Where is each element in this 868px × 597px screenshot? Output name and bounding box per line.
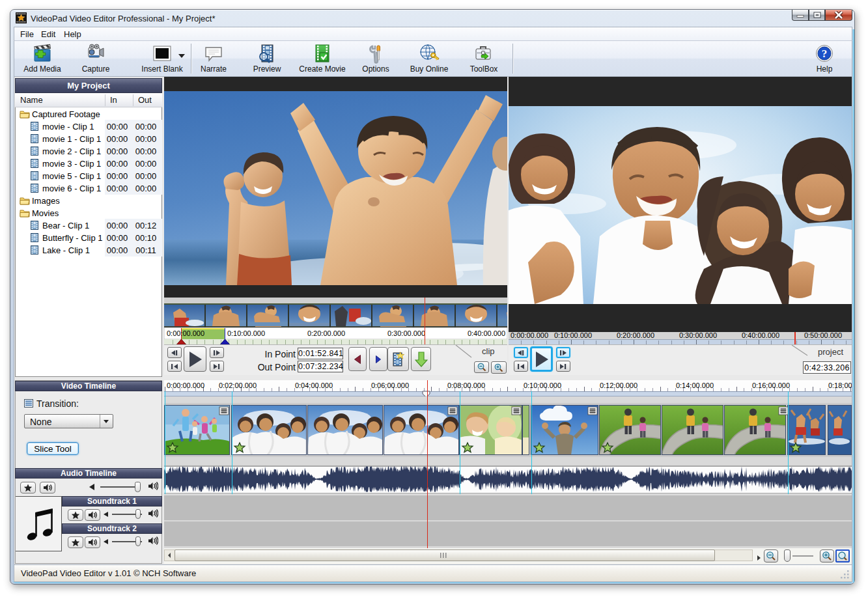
- svg-text:0:30:00.000: 0:30:00.000: [679, 332, 717, 339]
- svg-text:0:10:00.000: 0:10:00.000: [227, 329, 265, 337]
- svg-text:0:40:00.000: 0:40:00.000: [742, 332, 779, 339]
- svg-text:0:00:00.000: 0:00:00.000: [167, 382, 204, 389]
- svg-text:0:20:00.000: 0:20:00.000: [617, 332, 654, 339]
- svg-text:0:10:00.000: 0:10:00.000: [524, 382, 561, 389]
- svg-text:0:12:00.000: 0:12:00.000: [600, 382, 637, 389]
- svg-text:0:02:00.000: 0:02:00.000: [219, 382, 257, 389]
- svg-text:0:14:00.000: 0:14:00.000: [676, 382, 714, 389]
- svg-text:0:18:00.000: 0:18:00.000: [828, 382, 852, 389]
- svg-text:project: project: [818, 347, 843, 357]
- svg-text:0:20:00.000: 0:20:00.000: [307, 329, 345, 337]
- svg-text:0:16:00.000: 0:16:00.000: [752, 382, 790, 389]
- svg-text:0:00:00.000: 0:00:00.000: [167, 329, 204, 337]
- svg-text:0:08:00.000: 0:08:00.000: [447, 382, 485, 389]
- svg-text:0:40:00.000: 0:40:00.000: [468, 329, 505, 337]
- svg-text:0:50:00.000: 0:50:00.000: [804, 332, 842, 339]
- svg-text:0:10:00.000: 0:10:00.000: [554, 332, 592, 339]
- svg-text:clip: clip: [482, 346, 495, 356]
- svg-text:0:04:00.000: 0:04:00.000: [295, 382, 333, 389]
- svg-text:0:30:00.000: 0:30:00.000: [387, 329, 425, 337]
- svg-text:0:06:00.000: 0:06:00.000: [371, 382, 409, 389]
- svg-text:0:00:00.000: 0:00:00.000: [511, 332, 548, 339]
